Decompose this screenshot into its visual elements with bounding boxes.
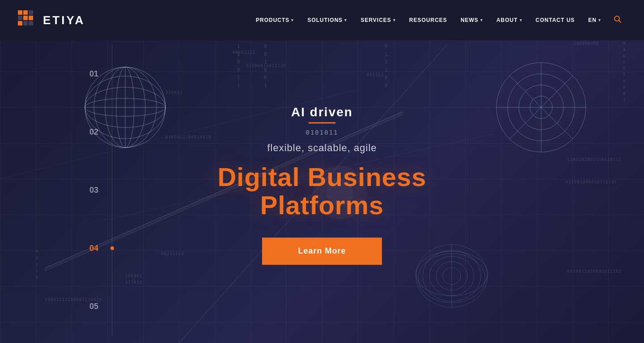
slide-05[interactable]: 05 [89,277,98,335]
nav-resources-link[interactable]: RESOURCES [404,13,453,27]
products-chevron: ▾ [291,18,294,22]
nav-item-lang[interactable]: EN ▾ [583,13,606,27]
hero-content: AI driven 0101011 flexible, scalable, ag… [161,105,483,265]
svg-rect-40 [18,21,22,25]
news-chevron: ▾ [480,18,483,22]
slide-02[interactable]: 02 [89,103,98,161]
nav-item-solutions[interactable]: SOLUTIONS ▾ [302,13,352,27]
logo-text: ETIYA [43,13,85,27]
navbar: ETIYA PRODUCTS ▾ SOLUTIONS ▾ SERVICES ▾ … [0,0,644,40]
hero-section: 110011 001001 011100 00002212 0100081101… [0,0,644,343]
svg-rect-39 [23,16,28,20]
slide-04[interactable]: 04 [89,219,98,277]
svg-rect-37 [23,10,28,15]
nav-item-services[interactable]: SERVICES ▾ [355,13,401,27]
services-chevron: ▾ [393,18,396,22]
nav-item-search[interactable] [609,15,626,25]
solutions-chevron: ▾ [344,18,347,22]
nav-links: PRODUCTS ▾ SOLUTIONS ▾ SERVICES ▾ RESOUR… [250,13,626,27]
hero-tagline: flexible, scalable, agile [161,142,483,154]
nav-item-about[interactable]: ABOUT ▾ [491,13,528,27]
nav-item-news[interactable]: NEWS ▾ [455,13,488,27]
nav-services-link[interactable]: SERVICES ▾ [355,13,401,27]
svg-rect-41 [23,21,28,25]
nav-item-resources[interactable]: RESOURCES [404,13,453,27]
search-icon[interactable] [609,13,626,28]
hero-subtitle: AI driven [161,105,483,119]
svg-line-46 [619,21,621,23]
slide-01[interactable]: 01 [89,45,98,103]
radar-circle [492,58,590,157]
hero-title: Digital Business Platforms [161,163,483,220]
hero-code: 0101011 [161,129,483,136]
hero-subtitle-underline [309,122,335,123]
nav-item-products[interactable]: PRODUCTS ▾ [250,13,299,27]
nav-lang-link[interactable]: EN ▾ [583,13,606,27]
slide-03[interactable]: 03 [89,161,98,219]
nav-item-contact[interactable]: CONTACT US [530,13,580,27]
about-chevron: ▾ [520,18,522,22]
nav-about-link[interactable]: ABOUT ▾ [491,13,528,27]
svg-rect-44 [29,21,33,25]
lang-chevron: ▾ [598,18,601,22]
svg-rect-38 [18,16,22,20]
svg-rect-43 [29,16,33,20]
svg-rect-42 [29,10,33,15]
learn-more-button[interactable]: Learn More [262,237,381,265]
logo-icon [18,10,38,30]
nav-contact-link[interactable]: CONTACT US [530,13,580,27]
slide-numbers: 01 02 03 04 05 [89,45,98,343]
nav-products-link[interactable]: PRODUCTS ▾ [250,13,299,27]
nav-news-link[interactable]: NEWS ▾ [455,13,488,27]
logo-area: ETIYA [18,10,85,30]
svg-rect-36 [18,10,22,15]
nav-solutions-link[interactable]: SOLUTIONS ▾ [302,13,352,27]
